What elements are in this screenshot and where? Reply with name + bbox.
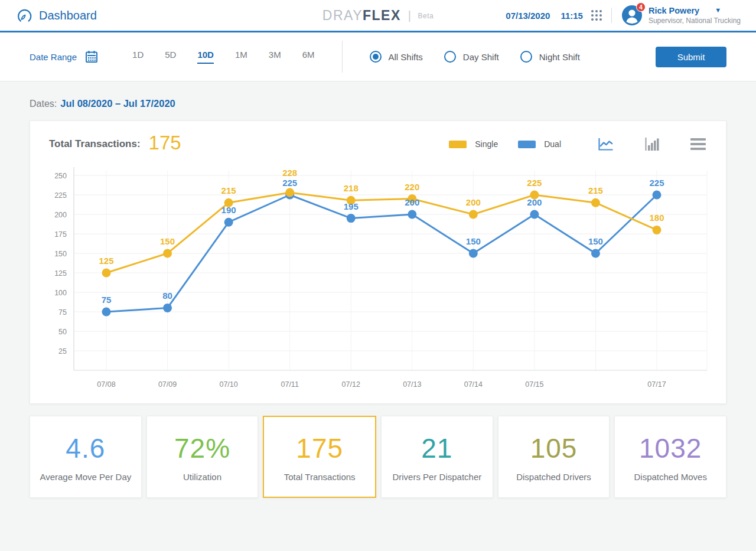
user-name: Rick Powery [649,5,699,16]
chevron-down-icon: ▼ [715,6,721,15]
data-point-single[interactable] [653,226,662,234]
range-option-1m[interactable]: 1M [235,50,247,64]
brand-part1: DRAY [322,8,363,24]
data-point-dual[interactable] [530,210,539,219]
data-point-single[interactable] [163,249,172,258]
user-menu[interactable]: Rick Powery ▼ [649,5,741,16]
svg-text:07/13: 07/13 [403,380,421,389]
data-label-single: 150 [160,236,175,246]
dates-label: Dates: [30,99,57,109]
chart-legend: SingleDual [449,139,561,149]
submit-button[interactable]: Submit [656,47,726,67]
data-point-dual[interactable] [591,249,600,258]
stat-card-total-transactions[interactable]: 175 Total Transactions [263,416,376,498]
header-divider [611,8,612,23]
range-option-3m[interactable]: 3M [269,50,281,64]
data-label-single: 228 [282,168,297,178]
data-point-dual[interactable] [347,214,356,223]
range-option-6m[interactable]: 6M [302,50,315,64]
data-label-single: 125 [99,256,113,266]
svg-text:150: 150 [54,250,67,258]
stat-value: 175 [296,432,343,464]
stat-value: 4.6 [66,432,105,464]
data-point-single[interactable] [102,269,111,278]
stat-label: Drivers Per Dispatcher [392,472,481,482]
stat-card-dispatched-drivers[interactable]: 105 Dispatched Drivers [498,416,610,498]
data-label-dual: 200 [405,197,419,207]
data-point-dual[interactable] [653,191,662,200]
brand-logo: DRAY FLEX | Beta [322,8,434,24]
stat-card-drivers-per-dispatcher[interactable]: 21 Drivers Per Dispatcher [381,416,493,498]
filter-divider [342,41,343,73]
shift-radio-all-shifts[interactable]: All Shifts [370,51,423,63]
data-label-single: 215 [588,185,603,195]
data-label-dual: 200 [527,197,542,207]
data-point-single[interactable] [285,188,294,197]
nav-dashboard[interactable]: Dashboard [17,8,97,23]
stat-value: 105 [530,432,578,464]
svg-text:07/17: 07/17 [647,380,666,389]
svg-text:07/14: 07/14 [464,380,483,389]
data-label-dual: 225 [282,178,297,188]
date-range-label: Date Range [30,52,77,62]
data-point-single[interactable] [591,198,600,207]
filter-bar: Date Range 1D5D10D1M3M6M All ShiftsDay S… [0,32,756,81]
data-label-dual: 225 [649,178,664,188]
data-point-dual[interactable] [163,304,172,312]
radio-icon [370,51,382,63]
data-label-dual: 80 [162,291,172,301]
line-chart-icon[interactable] [598,137,614,151]
avatar[interactable]: 4 [621,5,643,26]
stat-label: Total Transactions [284,472,356,482]
svg-text:07/09: 07/09 [158,380,177,389]
data-label-dual: 190 [221,205,236,215]
app-header: Dashboard DRAY FLEX | Beta 07/13/2020 11… [0,0,756,32]
stat-value: 72% [174,432,230,464]
data-point-dual[interactable] [102,308,111,317]
chart-card: Total Transactions: 175 SingleDual [30,120,726,404]
legend-swatch [518,141,536,148]
data-point-single[interactable] [469,210,478,219]
data-point-dual[interactable] [408,210,416,219]
data-label-dual: 195 [344,201,359,211]
data-point-dual[interactable] [224,218,233,227]
data-point-dual[interactable] [469,249,478,258]
main-content: Dates:Jul 08/2020 – Jul 17/2020 Total Tr… [0,98,756,498]
shift-radio-day-shift[interactable]: Day Shift [444,51,499,63]
beta-badge: Beta [418,12,434,20]
stat-label: Average Move Per Day [40,472,131,482]
shift-radio-night-shift[interactable]: Night Shift [520,51,580,63]
data-label-single: 225 [527,178,542,188]
svg-text:07/08: 07/08 [97,380,115,389]
stat-card-average-move-per-day[interactable]: 4.6 Average Move Per Day [30,416,142,498]
range-option-10d[interactable]: 10D [197,50,214,64]
notification-badge: 4 [636,2,646,12]
stat-card-dispatched-moves[interactable]: 1032 Dispatched Moves [614,416,726,498]
range-option-1d[interactable]: 1D [132,50,144,64]
svg-text:07/15: 07/15 [525,380,543,389]
menu-icon[interactable] [690,138,706,150]
bar-chart-icon[interactable] [644,137,660,151]
stat-label: Utilization [183,472,221,482]
stat-label: Dispatched Drivers [516,472,591,482]
range-selector: 1D5D10D1M3M6M [132,50,314,64]
stat-card-utilization[interactable]: 72% Utilization [146,416,259,498]
svg-text:250: 250 [54,172,67,180]
gauge-icon [17,8,32,23]
shift-label: Night Shift [539,52,580,62]
svg-text:225: 225 [54,191,67,200]
calendar-icon[interactable] [85,50,98,63]
data-label-single: 218 [344,183,359,193]
svg-text:175: 175 [54,230,67,239]
legend-label: Dual [544,139,561,149]
shift-label: All Shifts [389,52,423,62]
data-label-single: 180 [649,213,664,223]
page-title: Dashboard [39,9,97,22]
stat-label: Dispatched Moves [634,472,706,482]
apps-grid-icon[interactable] [591,10,602,21]
range-option-5d[interactable]: 5D [165,50,176,64]
data-label-single: 215 [221,185,236,195]
radio-icon [520,51,532,63]
data-label-dual: 75 [102,295,112,305]
svg-text:75: 75 [58,308,67,317]
